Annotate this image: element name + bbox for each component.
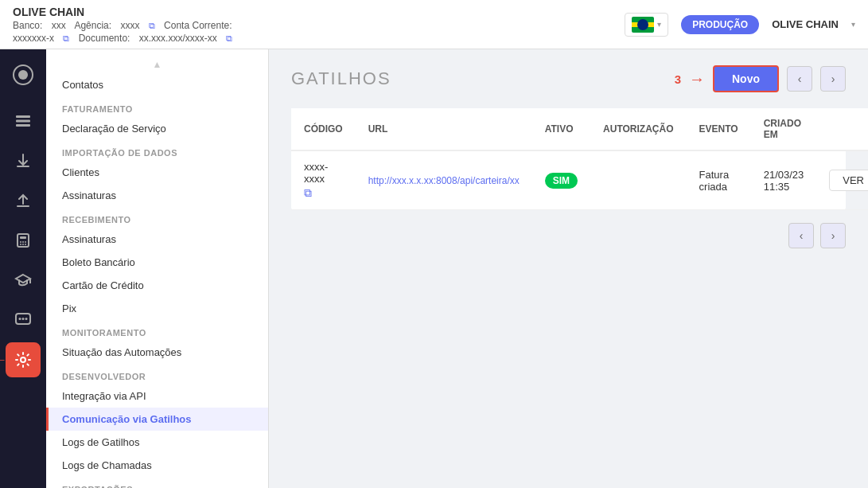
- nav-item-pix[interactable]: Pix: [46, 297, 268, 320]
- annotation-arrow-3: →: [689, 70, 705, 88]
- nav-section-faturamento: FATURAMENTO: [46, 96, 268, 117]
- cell-evento: Fatura criada: [687, 150, 751, 210]
- svg-point-1: [18, 70, 28, 80]
- svg-rect-3: [16, 120, 30, 123]
- gatilhos-table: CÓDIGO URL ATIVO AUTORIZAÇÃO EVENTO CRIA…: [291, 108, 868, 210]
- svg-point-11: [22, 244, 24, 245]
- page-header: GATILHOS 3 → Novo ‹ ›: [291, 65, 846, 92]
- cell-ativo: SIM: [532, 150, 590, 210]
- top-bar: OLIVE CHAIN Banco: xxx Agência: xxxx ⧉ C…: [0, 0, 868, 49]
- svg-rect-4: [16, 124, 30, 127]
- company-chevron-icon[interactable]: ▾: [851, 20, 855, 29]
- table-row: xxxx-xxxx ⧉ http://xxx.x.x.xx:8008/api/c…: [291, 150, 868, 210]
- prev-page-bottom-button[interactable]: ‹: [788, 223, 814, 248]
- nav-item-cartao[interactable]: Cartão de Crédito: [46, 274, 268, 297]
- bank-info: Banco: xxx Agência: xxxx ⧉ Conta Corrent…: [13, 20, 625, 31]
- col-url: URL: [356, 108, 532, 150]
- cell-url: http://xxx.x.x.xx:8008/api/carteira/xx: [356, 150, 532, 210]
- table-header-row: CÓDIGO URL ATIVO AUTORIZAÇÃO EVENTO CRIA…: [291, 108, 868, 150]
- sidebar-icons: ←: [0, 49, 46, 488]
- top-bar-right: ▾ PRODUÇÃO OLIVE CHAIN ▾: [625, 13, 855, 37]
- svg-point-9: [25, 241, 26, 243]
- svg-point-10: [20, 244, 21, 245]
- nav-item-boleto[interactable]: Boleto Bancário: [46, 251, 268, 274]
- nav-item-logs-gatilhos[interactable]: Logs de Gatilhos: [46, 431, 268, 454]
- col-criado-em: CRIADO EM: [751, 108, 817, 150]
- novo-button[interactable]: Novo: [713, 65, 779, 92]
- agencia-val: xxxx: [120, 20, 139, 31]
- col-actions: [816, 108, 868, 150]
- cell-criado-em: 21/03/23 11:35: [751, 150, 817, 210]
- svg-point-8: [22, 241, 24, 243]
- sidebar-icon-download[interactable]: [6, 143, 41, 178]
- company-title: OLIVE CHAIN: [13, 6, 625, 18]
- nav-item-comunicacao[interactable]: Comunicação via Gatilhos ←: [46, 408, 268, 431]
- next-page-bottom-button[interactable]: ›: [820, 223, 846, 248]
- annotation-arrow-1: ←: [0, 352, 7, 369]
- copy-icon-agencia[interactable]: ⧉: [149, 21, 155, 30]
- pagination-bottom: ‹ ›: [291, 223, 846, 248]
- nav-item-declaracao[interactable]: Declaração de Serviço: [46, 117, 268, 140]
- main-layout: ← ▲ Contatos FATURAMENTO Declaração de S…: [0, 49, 868, 488]
- nav-section-monitoramento: MONITORAMENTO: [46, 320, 268, 341]
- prev-page-button[interactable]: ‹: [787, 66, 812, 92]
- ativo-badge: SIM: [545, 173, 578, 189]
- col-autorizacao: AUTORIZAÇÃO: [590, 108, 686, 150]
- nav-item-situacao[interactable]: Situação das Automações: [46, 341, 268, 364]
- sidebar-icon-settings[interactable]: ←: [6, 342, 41, 377]
- sidebar-nav: ▲ Contatos FATURAMENTO Declaração de Ser…: [46, 49, 269, 488]
- conta-label: Conta Corrente:: [164, 20, 232, 31]
- logo-icon-item[interactable]: [6, 57, 41, 92]
- banco-label: Banco:: [13, 20, 42, 31]
- nav-item-assinaturas1[interactable]: Assinaturas: [46, 184, 268, 207]
- page-number: 3: [675, 72, 681, 86]
- svg-point-16: [19, 318, 21, 320]
- col-ativo: ATIVO: [532, 108, 590, 150]
- nav-section-exportacoes: EXPORTAÇÕES: [46, 477, 268, 488]
- copy-icon-conta[interactable]: ⧉: [63, 33, 69, 43]
- copy-icon-doc[interactable]: ⧉: [226, 33, 232, 43]
- sidebar-icon-graduation[interactable]: [6, 263, 41, 298]
- svg-point-17: [22, 318, 25, 320]
- nav-section-desenvolvedor: DESENVOLVEDOR: [46, 364, 268, 385]
- col-evento: EVENTO: [687, 108, 751, 150]
- nav-item-contatos[interactable]: Contatos: [46, 73, 268, 96]
- top-bar-left: OLIVE CHAIN Banco: xxx Agência: xxxx ⧉ C…: [13, 6, 625, 44]
- doc-info: xxxxxxx-x ⧉ Documento: xx.xxx.xxx/xxxx-x…: [13, 33, 625, 44]
- table-container: CÓDIGO URL ATIVO AUTORIZAÇÃO EVENTO CRIA…: [291, 108, 846, 210]
- chevron-down-icon: ▾: [657, 20, 661, 29]
- ver-button[interactable]: VER: [829, 170, 868, 191]
- nav-item-assinaturas2[interactable]: Assinaturas: [46, 228, 268, 251]
- nav-item-integracao[interactable]: Integração via API: [46, 385, 268, 408]
- cell-autorizacao: [590, 150, 686, 210]
- scroll-up[interactable]: ▲: [46, 56, 268, 73]
- sidebar-icon-layers[interactable]: [6, 103, 41, 139]
- nav-section-importacao: IMPORTAÇÃO DE DADOS: [46, 140, 268, 161]
- nav-section-recebimento: RECEBIMENTO: [46, 207, 268, 228]
- company-name: OLIVE CHAIN: [772, 18, 839, 30]
- documento-val: xx.xxx.xxx/xxxx-xx: [139, 33, 217, 44]
- nav-item-logs-chamadas[interactable]: Logs de Chamadas: [46, 454, 268, 477]
- sidebar-icon-calculator[interactable]: [6, 223, 41, 258]
- banco-val: xxx: [52, 20, 66, 31]
- nav-item-clientes[interactable]: Clientes: [46, 161, 268, 184]
- svg-marker-13: [16, 275, 30, 283]
- main-content: GATILHOS 3 → Novo ‹ › CÓDIGO URL ATIVO A…: [269, 49, 868, 488]
- sidebar-icon-upload[interactable]: [6, 183, 41, 218]
- svg-point-19: [21, 357, 25, 362]
- agencia-label: Agência:: [74, 20, 111, 31]
- header-right: 3 → Novo ‹ ›: [675, 65, 846, 92]
- svg-point-7: [20, 241, 21, 243]
- col-codigo: CÓDIGO: [291, 108, 356, 150]
- environment-badge: PRODUÇÃO: [681, 15, 759, 34]
- copy-icon-codigo[interactable]: ⧉: [304, 186, 343, 200]
- language-selector[interactable]: ▾: [625, 13, 668, 37]
- next-page-button[interactable]: ›: [820, 66, 846, 92]
- documento-label: Documento:: [79, 33, 130, 44]
- svg-rect-2: [16, 115, 30, 118]
- sidebar-icon-chat[interactable]: [6, 303, 41, 338]
- brazil-flag-icon: [632, 17, 654, 33]
- svg-point-12: [25, 244, 26, 245]
- svg-point-18: [25, 318, 28, 320]
- svg-rect-6: [20, 236, 26, 239]
